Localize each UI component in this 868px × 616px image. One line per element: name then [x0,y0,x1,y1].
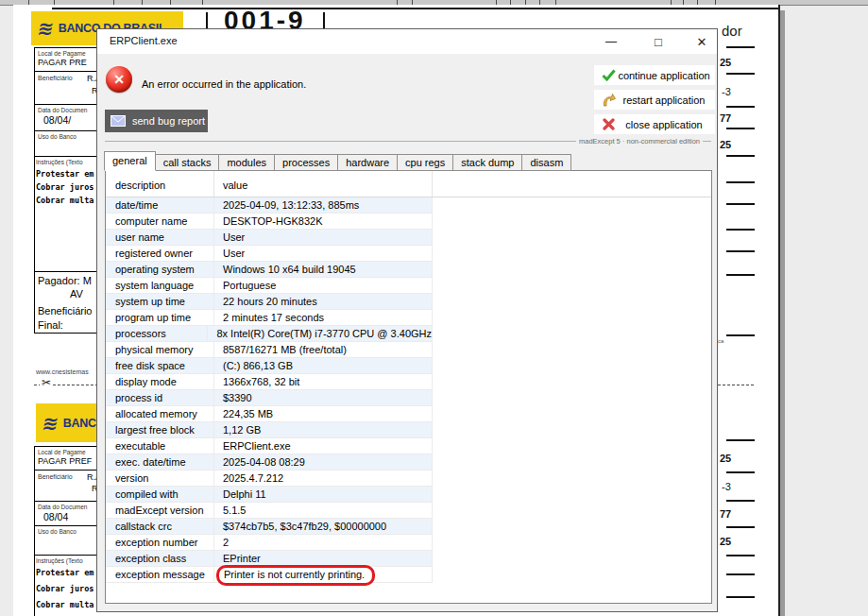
tab-processes[interactable]: processes [274,154,338,171]
row-description: compiled with [106,487,214,502]
field-label-uso-banco: Uso do Banco [38,528,77,535]
field-label-beneficiario: Beneficiário [38,75,73,81]
restart-application-button[interactable]: restart application [594,90,715,110]
maximize-button[interactable]: □ [638,29,679,54]
table-row[interactable]: processors8x Intel(R) Core(TM) i7-3770 C… [106,326,433,342]
row-description: exception class [106,551,214,566]
table-row[interactable]: madExcept version5.1.5 [106,503,433,519]
right-text-fragment-small: ca [718,338,723,344]
table-row[interactable]: program up time2 minutes 17 seconds [106,310,433,326]
table-row[interactable]: registered ownerUser [106,246,433,262]
row-value: 2025-04-08 08:29 [214,454,433,470]
row-value: 2 [214,535,433,550]
row-description: operating system [106,262,214,277]
tab-stack-dump[interactable]: stack dump [452,154,522,171]
slip-field-line [726,203,755,205]
row-value: EPrinter [214,551,433,566]
red-x-icon [600,118,617,130]
grid-header: description value [106,171,711,197]
instruction-line: Cobrar multa [36,196,94,205]
continue-application-label: continue application [617,70,715,81]
grid-rows: date/time2025-04-09, 13:12:33, 885mscomp… [106,197,711,583]
tab-general[interactable]: general [104,151,156,171]
tab-cpu-regs[interactable]: cpu regs [397,154,453,171]
row-description: physical memory [106,342,214,357]
tab-hardware[interactable]: hardware [337,154,398,171]
row-value: 5.1.5 [214,503,433,518]
table-row[interactable]: system up time22 hours 20 minutes [106,294,433,310]
slip-field-line [726,526,755,528]
tab-call-stacks[interactable]: call stacks [155,154,220,171]
field-value-local-pagamento: PAGAR PRE [38,58,87,67]
row-value: Portuguese [214,278,433,293]
table-row[interactable]: exception number2 [106,535,433,551]
row-description: system up time [106,294,214,309]
title-bar[interactable]: ERPClient.exe — □ ✕ [97,29,717,54]
row-description: user name [106,230,214,245]
edition-label: madExcept 5 · non-commercial edition [576,137,703,145]
field-value-data-documento: 08/04 [43,511,68,522]
table-row[interactable]: physical memory8587/16271 MB (free/total… [106,342,433,358]
final-beneficiary-label: Beneficiário [38,305,92,317]
row-value: Delphi 11 [214,487,433,502]
continue-application-button[interactable]: continue application [594,65,715,85]
website-text: www.cnesistemas [36,368,89,375]
row-value: User [214,230,433,245]
column-header-description[interactable]: description [106,171,214,197]
table-row[interactable]: date/time2025-04-09, 13:12:33, 885ms [106,197,433,214]
slip-field-line [726,250,755,252]
table-row[interactable]: computer nameDESKTOP-HGK832K [106,214,433,230]
table-row[interactable]: display mode1366x768, 32 bit [106,374,433,390]
table-row[interactable]: exec. date/time2025-04-08 08:29 [106,454,433,471]
row-value: User [214,246,433,261]
edition-divider: madExcept 5 · non-commercial edition [105,135,711,146]
slip-field-line [726,500,755,502]
row-value: 224,35 MB [214,406,433,421]
table-row[interactable]: system languagePortuguese [106,278,433,294]
row-value: 1366x768, 32 bit [214,374,433,389]
row-value: 8x Intel(R) Core(TM) i7-3770 CPU @ 3.40G… [208,326,433,341]
table-row[interactable]: user nameUser [106,230,433,246]
table-row[interactable]: free disk space(C:) 866,13 GB [106,358,433,374]
slip-field-line [726,46,755,48]
row-value: 22 hours 20 minutes [214,294,433,309]
table-row[interactable]: largest free block1,12 GB [106,422,433,438]
table-row[interactable]: operating systemWindows 10 x64 build 190… [106,262,433,278]
error-dialog: ERPClient.exe — □ ✕ ✕ An error occurred … [96,28,718,612]
column-header-value[interactable]: value [214,171,433,197]
row-value: 8587/16271 MB (free/total) [214,342,433,357]
table-row[interactable]: exception messagePrinter is not currentl… [106,567,433,583]
table-row[interactable]: executableERPClient.exe [106,438,433,454]
slip-left-border [34,47,35,333]
right-value: 25 [720,139,731,150]
right-value: 77 [720,112,731,124]
row-description: process id [106,390,214,405]
table-row[interactable]: version2025.4.7.212 [106,471,433,487]
table-row[interactable]: process id$3390 [106,390,433,406]
field-label-beneficiario: Beneficiário [38,473,73,480]
payer-label: Pagador: M [38,275,92,286]
row-value: 1,12 GB [214,422,433,437]
check-icon [600,69,617,81]
tab-disasm[interactable]: disasm [521,154,571,171]
close-button[interactable]: ✕ [681,29,723,54]
row-value: 2025.4.7.212 [214,471,433,486]
table-row[interactable]: allocated memory224,35 MB [106,406,433,422]
table-row[interactable]: callstack crc$374cb7b5, $3c47fb29, $0000… [106,519,433,535]
details-pane: description value date/time2025-04-09, 1… [105,170,712,604]
close-application-button[interactable]: close application [594,114,715,134]
window-title: ERPClient.exe [110,35,178,46]
table-row[interactable]: compiled withDelphi 11 [106,487,433,503]
row-value: $3390 [214,390,433,405]
instruction-line: Cobrar juros [36,182,94,192]
minimize-button[interactable]: — [590,29,632,54]
row-value: Windows 10 x64 build 19045 [214,262,433,277]
row-description: computer name [106,214,214,229]
send-bug-report-button[interactable]: send bug report [105,110,208,132]
slip-field-line [726,274,755,276]
error-x-glyph: ✕ [113,73,125,86]
slip-field-line [726,229,755,231]
row-value: Printer is not currently printing. [214,567,433,582]
tab-modules[interactable]: modules [218,154,275,171]
row-value: $374cb7b5, $3c47fb29, $00000000 [214,519,433,534]
